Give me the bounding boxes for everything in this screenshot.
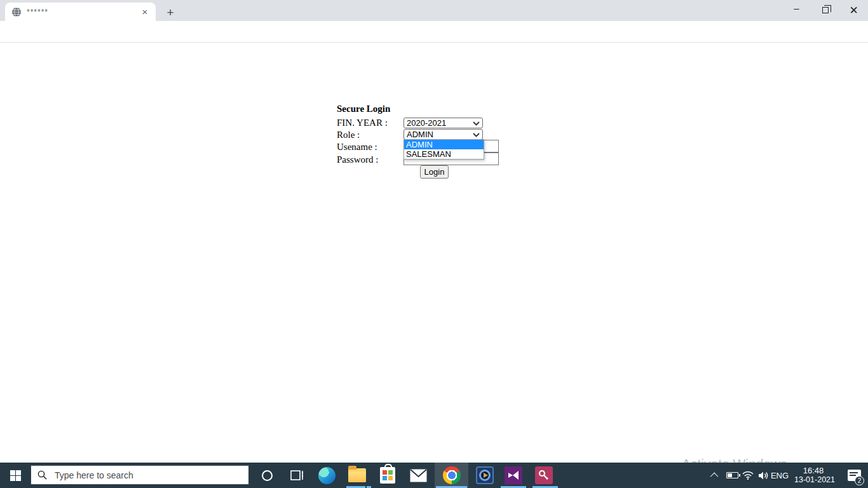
taskbar-app-file-explorer[interactable] [342, 463, 372, 488]
chevron-down-icon [473, 121, 480, 126]
browser-tab[interactable]: ****** × [5, 3, 156, 21]
tab-title: ****** [27, 8, 139, 17]
fin-year-value: 2020-2021 [407, 118, 473, 128]
window-minimize-button[interactable]: – [782, 0, 811, 20]
search-placeholder: Type here to search [55, 470, 133, 480]
fin-year-label: FIN. YEAR : [337, 118, 388, 128]
taskbar-app-access[interactable] [529, 463, 559, 488]
login-button[interactable]: Login [420, 165, 449, 179]
page-content: Secure Login FIN. YEAR : 2020-2021 Role … [0, 43, 868, 463]
tab-close-icon[interactable]: × [139, 6, 151, 18]
language-indicator[interactable]: ENG [769, 463, 790, 488]
restore-icon [822, 7, 829, 13]
dropdown-option-salesman[interactable]: SALESMAN [404, 149, 484, 159]
media-player-icon [476, 466, 494, 484]
cortana-icon [262, 470, 273, 481]
taskbar-app-visual-studio[interactable] [498, 463, 529, 488]
role-label: Role : [337, 130, 360, 140]
task-view-icon [290, 469, 304, 482]
edge-icon [318, 467, 336, 484]
browser-titlebar: ****** × + – ✕ [0, 0, 868, 21]
role-value: ADMIN [407, 130, 473, 139]
search-icon [37, 470, 47, 480]
fin-year-select[interactable]: 2020-2021 [403, 118, 483, 128]
role-dropdown-list: ADMIN SALESMAN [403, 139, 484, 159]
battery-indicator[interactable] [723, 463, 741, 488]
file-explorer-icon [348, 468, 366, 482]
taskbar-app-mail[interactable] [403, 463, 433, 488]
taskbar-app-media-player[interactable] [470, 463, 500, 488]
chevron-down-icon [473, 132, 480, 137]
date-label: 13-01-2021 [794, 475, 835, 485]
taskbar-app-chrome[interactable] [435, 463, 468, 488]
new-tab-button[interactable]: + [163, 5, 178, 20]
cortana-button[interactable] [252, 463, 282, 488]
wifi-icon [742, 471, 754, 480]
battery-icon [726, 472, 738, 478]
taskbar-search-box[interactable]: Type here to search [31, 465, 249, 485]
browser-toolbar: ← → localhost:55595/JEW_MASTER/login.asp… [0, 21, 868, 43]
role-select[interactable]: ADMIN [403, 129, 483, 140]
microsoft-store-icon [380, 467, 395, 484]
tray-overflow-button[interactable] [707, 463, 723, 488]
taskbar-app-edge[interactable] [311, 463, 342, 488]
task-view-button[interactable] [282, 463, 313, 488]
chrome-icon [443, 466, 461, 484]
visual-studio-icon [505, 466, 522, 484]
taskbar-app-store[interactable] [372, 463, 403, 488]
time-label: 16:48 [803, 466, 824, 475]
windows-logo-icon [10, 470, 21, 481]
chevron-up-icon [710, 472, 718, 480]
notification-badge: 2 [855, 476, 864, 485]
dropdown-option-admin[interactable]: ADMIN [404, 140, 484, 149]
wifi-indicator[interactable] [740, 463, 756, 488]
password-label: Password : [337, 154, 378, 165]
window-close-button[interactable]: ✕ [839, 0, 868, 20]
globe-icon [11, 7, 22, 17]
username-label: Usename : [337, 142, 377, 152]
taskbar-clock[interactable]: 16:48 13-01-2021 [792, 463, 835, 488]
mail-icon [410, 469, 427, 482]
action-center-button[interactable]: 2 [840, 463, 868, 488]
language-label: ENG [771, 471, 789, 480]
window-restore-button[interactable] [811, 0, 839, 20]
start-button[interactable] [0, 463, 31, 488]
access-icon [535, 466, 553, 484]
page-title: Secure Login [337, 104, 390, 114]
speaker-icon [758, 471, 769, 480]
